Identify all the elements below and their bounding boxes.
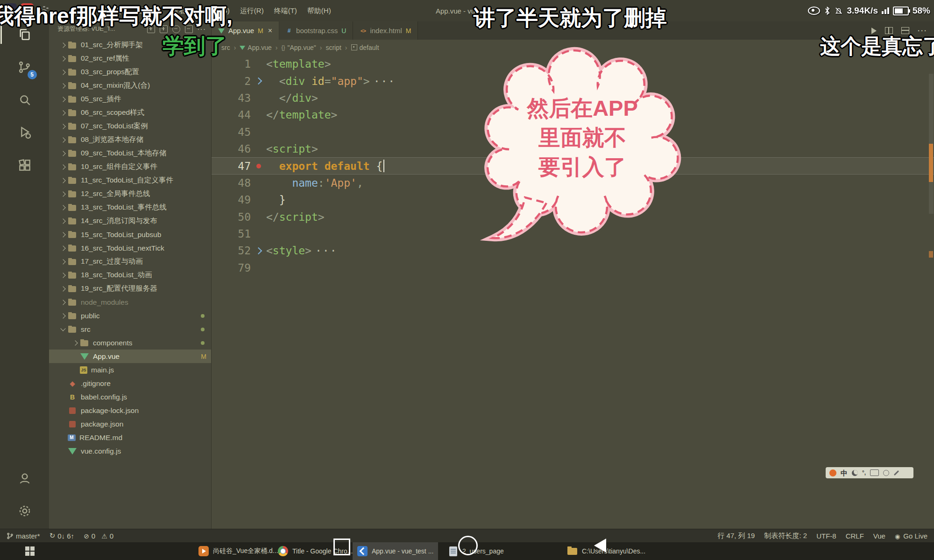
editor-tab[interactable]: <> index.html M [353,21,418,40]
tree-item-label: main.js [91,366,114,374]
file-type-icon [68,176,77,185]
tree-item[interactable]: public [49,309,211,322]
close-tab-icon[interactable]: × [268,27,272,35]
code-token: , [357,177,363,189]
taskbar-item-icon [567,546,578,556]
tree-item[interactable]: 11_src_TodoList_自定义事件 [49,174,211,187]
tree-item[interactable]: App.vue M [49,350,211,363]
line-number: 51 [212,228,251,240]
source-control-activity-icon[interactable]: 5 [14,56,36,78]
tree-item[interactable]: ◆ .gitignore [49,377,211,390]
git-branch-indicator[interactable]: master* [7,532,40,540]
search-activity-icon[interactable] [14,89,36,111]
code-token [266,92,279,104]
breadcrumb-item[interactable]: › App.vue [233,44,273,51]
person-icon[interactable] [883,470,889,476]
fold-chevron-icon[interactable] [255,77,262,85]
tree-item[interactable]: 09_src_TodoList_本地存储 [49,147,211,160]
punctuation-toggle[interactable]: °, [862,469,866,476]
status-item[interactable]: Vue [873,532,885,540]
tree-item[interactable]: package.json [49,417,211,431]
problems-indicator[interactable]: 0 0 [84,532,113,540]
breadcrumb-item[interactable]: › default [344,44,381,51]
code-line[interactable]: 79 [212,259,934,276]
tree-item[interactable]: JS main.js [49,363,211,377]
tree-item-label: 13_src_TodoList_事件总线 [81,203,167,212]
taskbar-item-icon [198,546,209,556]
fold-chevron-icon[interactable] [255,247,262,255]
chevron-icon [59,272,67,279]
tree-item[interactable]: 03_src_props配置 [49,65,211,79]
tree-item[interactable]: vue.config.js [49,444,211,458]
settings-activity-icon[interactable] [14,500,36,522]
tree-item[interactable]: components [49,336,211,350]
tree-item[interactable]: M README.md [49,431,211,444]
gutter-decoration[interactable] [251,164,266,168]
code-token: id [311,75,325,87]
status-item[interactable]: CRLF [846,532,864,540]
breadcrumb-icon [240,45,245,50]
start-button[interactable] [18,542,42,560]
extensions-activity-icon[interactable] [14,154,36,176]
tree-item[interactable]: 07_src_TodoList案例 [49,119,211,133]
code-token: ··· [315,245,338,257]
git-sync-indicator[interactable]: 0↓ 6↑ [50,532,74,540]
status-item[interactable]: 行 47, 列 19 [717,532,755,540]
tree-item[interactable]: 16_src_TodoList_nextTick [49,241,211,255]
tree-item[interactable]: 14_src_消息订阅与发布 [49,214,211,228]
chevron-icon [71,339,79,347]
tree-item[interactable]: 04_src_mixin混入(合) [49,79,211,92]
tree-item[interactable]: 12_src_全局事件总线 [49,187,211,201]
file-type-icon [68,55,77,63]
file-type-icon [68,285,77,293]
menu-item[interactable]: 帮助(H) [302,0,336,21]
file-type-icon [68,41,77,49]
gutter-decoration[interactable] [251,78,266,84]
status-item[interactable]: Go Live [895,532,927,540]
tree-item[interactable]: node_modules [49,295,211,309]
status-item[interactable]: UTF-8 [816,532,836,540]
code-token: div [292,92,311,104]
tree-item[interactable]: 10_src_组件自定义事件 [49,160,211,174]
tree-item[interactable]: 05_src_插件 [49,92,211,106]
ime-language-toggle[interactable]: 中 [841,469,848,476]
menu-item[interactable]: 终端(T) [269,0,302,21]
tree-item[interactable]: 13_src_TodoList_事件总线 [49,201,211,214]
code-token [266,75,279,87]
tree-item[interactable]: 08_浏览器本地存储 [49,133,211,147]
gutter-decoration[interactable] [251,248,266,253]
editor-tab[interactable]: # bootstrap.css U [279,21,353,40]
tree-item[interactable]: src [49,322,211,336]
breadcrumb-item[interactable]: › script [318,44,343,51]
git-status-badge: M [406,27,411,35]
tree-item[interactable]: B babel.config.js [49,390,211,404]
tree-item-label: babel.config.js [81,393,127,401]
accounts-activity-icon[interactable] [14,467,36,490]
menu-item[interactable]: 运行(R) [235,0,269,21]
status-item-label: 制表符长度: 2 [764,532,807,540]
taskbar-item[interactable]: App.vue - vue_test ... [353,542,438,560]
taskbar-item[interactable]: C:\Users\tianyu\Des... [563,542,650,560]
tree-item[interactable]: 19_src_配置代理服务器 [49,282,211,295]
status-item[interactable]: 制表符长度: 2 [764,532,807,540]
activity-bar: 5 [0,21,49,529]
file-type-icon: B [68,393,77,401]
errors-icon [84,532,89,540]
tree-item[interactable]: 17_src_过度与动画 [49,255,211,268]
keyboard-icon[interactable] [870,469,879,476]
wrench-icon[interactable] [894,470,899,475]
tree-item[interactable]: 15_src_TodoList_pubsub [49,228,211,241]
ime-logo-icon[interactable] [829,469,836,476]
taskbar-item[interactable]: 尚硅谷_Vue全家桶.d... [194,542,283,560]
tree-item[interactable]: package-lock.json [49,404,211,417]
tree-item[interactable]: 06_src_scoped样式 [49,106,211,119]
breadcrumb-item[interactable]: › {} "App.vue" [274,44,318,51]
run-debug-activity-icon[interactable] [14,121,36,144]
change-dot [201,341,205,345]
tree-item[interactable]: 18_src_TodoList_动画 [49,268,211,282]
code-token [370,160,376,172]
tree-item-label: 02_src_ref属性 [81,54,129,63]
overview-ruler[interactable] [927,55,934,529]
moon-icon[interactable] [852,470,858,476]
warning-count: 0 [110,532,113,540]
